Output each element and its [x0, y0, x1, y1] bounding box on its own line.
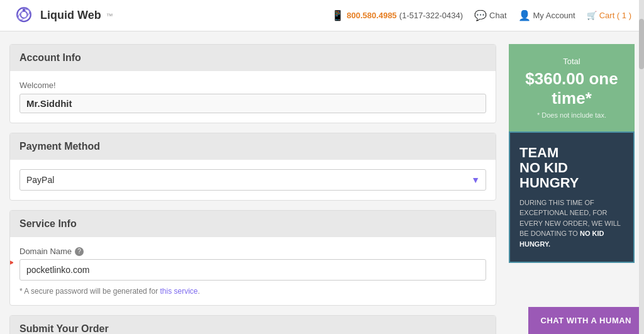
total-amount: $360.00 one time* [518, 69, 625, 108]
domain-info-icon[interactable]: ? [75, 247, 84, 256]
domain-label: Domain Name ? [19, 247, 486, 256]
account-label: My Account [533, 11, 575, 20]
account-info-body: Welcome! Mr.Siddhit [10, 71, 496, 123]
account-nav[interactable]: 👤 My Account [518, 9, 575, 21]
cart-label: Cart ( 1 ) [599, 11, 631, 20]
header-nav: 📱 800.580.4985 (1-517-322-0434) 💬 Chat 👤… [331, 9, 631, 21]
welcome-text: Welcome! [19, 81, 486, 90]
phone-number: 800.580.4985 [347, 11, 397, 20]
no-kid-hungry-box: TEAM NO KID HUNGRY DURING THIS TIME OF E… [509, 131, 635, 263]
payment-method-card: Payment Method PayPal Credit Card ▼ [9, 133, 496, 201]
right-column: Total $360.00 one time* * Does not inclu… [509, 44, 635, 334]
main-container: Account Info Welcome! Mr.Siddhit Payment… [0, 31, 644, 334]
site-header: Liquid Web ™ 📱 800.580.4985 (1-517-322-0… [0, 0, 644, 31]
logo-text: Liquid Web [40, 9, 101, 22]
service-link[interactable]: this service [160, 287, 197, 296]
chat-label: Chat [489, 11, 506, 20]
submit-order-header: Submit Your Order [10, 316, 496, 334]
chat-nav[interactable]: 💬 Chat [474, 9, 506, 21]
total-box: Total $360.00 one time* * Does not inclu… [509, 44, 635, 131]
logo-icon [13, 4, 35, 27]
payment-select-wrapper: PayPal Credit Card ▼ [19, 169, 486, 191]
payment-method-body: PayPal Credit Card ▼ [10, 160, 496, 200]
account-icon: 👤 [518, 9, 531, 21]
payment-select[interactable]: PayPal Credit Card [19, 169, 486, 191]
phone-alt: (1-517-322-0434) [399, 11, 463, 20]
phone-nav: 📱 800.580.4985 (1-517-322-0434) [331, 9, 463, 21]
account-info-header: Account Info [10, 45, 496, 71]
hungry-title: TEAM NO KID HUNGRY [519, 145, 624, 191]
cart-nav[interactable]: 🛒 Cart ( 1 ) [587, 11, 631, 20]
red-arrow-annotation [9, 257, 13, 271]
scrollbar-thumb[interactable] [639, 19, 644, 69]
logo-area: Liquid Web ™ [13, 4, 113, 27]
arrow-svg [9, 257, 13, 269]
service-info-body: Domain Name ? * A secure password will b… [10, 237, 496, 305]
hungry-description: DURING THIS TIME OF EXCEPTIONAL NEED, FO… [519, 198, 624, 250]
cart-icon: 🛒 [587, 11, 597, 20]
svg-point-3 [23, 8, 26, 11]
user-name: Mr.Siddhit [19, 94, 486, 113]
payment-method-header: Payment Method [10, 133, 496, 160]
service-info-header: Service Info [10, 211, 496, 237]
service-info-card: Service Info [9, 210, 496, 306]
submit-order-card: Submit Your Order [9, 315, 496, 334]
logo-tm: ™ [106, 12, 113, 19]
domain-input[interactable] [19, 259, 486, 281]
chat-with-human-button[interactable]: CHAT WITH A HUMAN [528, 307, 645, 334]
phone-icon: 📱 [331, 9, 344, 21]
chat-icon: 💬 [474, 9, 487, 21]
total-note: * Does not include tax. [518, 111, 625, 119]
scrollbar-track[interactable] [639, 0, 644, 334]
account-info-card: Account Info Welcome! Mr.Siddhit [9, 44, 496, 123]
secure-note: * A secure password will be generated fo… [19, 287, 486, 296]
total-label: Total [518, 57, 625, 66]
left-column: Account Info Welcome! Mr.Siddhit Payment… [9, 44, 496, 334]
